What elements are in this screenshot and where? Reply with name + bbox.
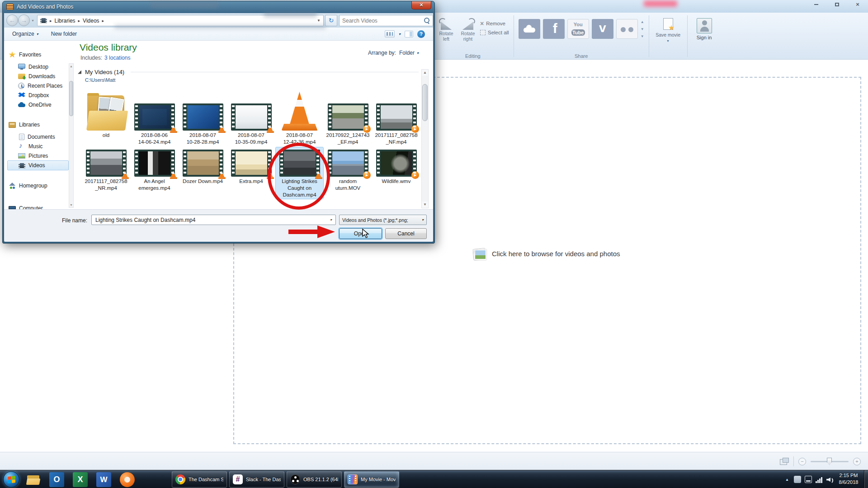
zoom-slider[interactable] (811, 461, 849, 462)
taskbar-button-obs-21-1-2-64bit[interactable]: OBS 21.1.2 (64bit, ... (287, 471, 342, 488)
tray-app-icon[interactable] (794, 476, 801, 483)
views-dropdown-icon[interactable]: ▾ (399, 32, 401, 36)
search-input[interactable] (342, 18, 424, 24)
scroll-down-icon[interactable]: ▼ (422, 202, 428, 208)
file-item-2018-08-07-10-28-28-mp4[interactable]: 2018-08-0710-28-28.mp4 (179, 88, 227, 146)
rotate-right-button[interactable]: Rotate right (458, 18, 477, 52)
open-button[interactable]: Open (339, 228, 382, 239)
mm-restore-button[interactable] (831, 1, 843, 8)
file-item-random-uturn-mov[interactable]: ▶randomuturn.MOV (324, 147, 372, 199)
excel-taskbar-icon[interactable] (73, 472, 88, 487)
locations-link[interactable]: 3 locations (104, 55, 130, 61)
scroll-down-icon[interactable]: ▼ (69, 202, 73, 207)
sidebar-item-desktop[interactable]: Desktop (7, 62, 69, 71)
flickr-share-icon[interactable] (616, 19, 638, 39)
views-button[interactable] (385, 30, 395, 38)
breadcrumb-videos[interactable]: Videos (83, 18, 99, 24)
zoom-slider-thumb[interactable] (827, 458, 832, 465)
start-button[interactable] (3, 471, 19, 488)
dialog-close-button[interactable]: × (411, 1, 431, 9)
redacted-blur (264, 12, 317, 17)
remove-button[interactable]: × Remove (480, 21, 509, 26)
preview-pane-button[interactable] (405, 31, 413, 38)
scroll-up-icon[interactable]: ▲ (422, 70, 428, 76)
scroll-up-icon[interactable]: ▲ (69, 64, 73, 69)
youtube-share-icon[interactable] (567, 19, 589, 39)
taskbar-button-slack-the-dashc[interactable]: Slack - The Dashc... (229, 471, 284, 488)
mm-close-button[interactable]: × (852, 1, 863, 8)
mm-minimize-button[interactable] (810, 1, 822, 8)
sidebar-item-dropbox[interactable]: Dropbox (7, 90, 69, 100)
help-button[interactable]: ? (417, 30, 425, 38)
new-folder-button[interactable]: New folder (51, 31, 77, 37)
file-item-20170922-124743-ef-mp4[interactable]: ▶20170922_124743_EF.mp4 (324, 88, 372, 146)
file-item-old[interactable]: old (82, 88, 130, 146)
file-item-2018-08-06-14-06-24-mp4[interactable]: 2018-08-0614-06-24.mp4 (130, 88, 179, 146)
taskbar-button-the-dashcam-sto[interactable]: The Dashcam Sto... (172, 471, 227, 488)
organize-button[interactable]: Organize ▾ (12, 31, 38, 37)
share-gallery-scroll[interactable]: ▲▼▼ (641, 18, 644, 52)
sidebar-item-computer[interactable]: Computer (7, 203, 69, 209)
arrange-by-dropdown[interactable]: Folder ▾ (399, 50, 419, 56)
show-hidden-icons-button[interactable]: ▲ (784, 476, 790, 483)
zoom-out-button[interactable]: − (798, 458, 806, 465)
sidebar-item-music[interactable]: Music (7, 141, 69, 151)
file-item-lighting-strikes-caught-on-dashcam-mp4[interactable]: Lighting StrikesCaught onDashcam.mp4 (275, 147, 324, 199)
show-desktop-button[interactable] (864, 470, 868, 488)
taskbar-button-my-movie-movi[interactable]: My Movie - Movi... (344, 471, 399, 488)
file-item-an-angel-emerges-mp4[interactable]: An Angelemerges.mp4 (130, 147, 179, 199)
back-button[interactable]: ← (6, 14, 18, 26)
file-item-2018-08-07-12-42-36-mp4[interactable]: 2018-08-0712-42-36.mp4 (275, 88, 324, 146)
dialog-toolbar: Organize ▾ New folder ▾ ? (4, 28, 433, 41)
collapse-triangle-icon[interactable] (78, 70, 81, 74)
sidebar-item-favorites[interactable]: Favorites (7, 49, 69, 62)
outlook-taskbar-icon[interactable] (49, 472, 64, 487)
sidebar-item-homegroup[interactable]: Homegroup (7, 180, 69, 193)
forward-button[interactable]: → (18, 14, 30, 26)
sidebar-item-documents[interactable]: Documents (7, 132, 69, 141)
select-all-button[interactable]: Select all (480, 30, 509, 35)
save-movie-button[interactable]: Save movie ▾ (654, 18, 683, 52)
breadcrumb-libraries[interactable]: Libraries (55, 18, 75, 24)
app-orange-taskbar-icon[interactable] (120, 472, 135, 487)
vimeo-share-icon[interactable] (592, 19, 613, 39)
rotate-left-button[interactable]: Rotate left (437, 18, 456, 52)
word-taskbar-icon[interactable] (96, 472, 111, 487)
aspect-ratio-icon[interactable] (780, 458, 789, 465)
sidebar-item-onedrive[interactable]: OneDrive (7, 100, 69, 109)
volume-icon[interactable] (826, 476, 834, 483)
sidebar-item-videos[interactable]: Videos (7, 160, 69, 170)
file-type-dropdown[interactable]: Videos and Photos (*.jpg;*.png; ▾ (339, 215, 427, 225)
address-dropdown-icon[interactable]: ▼ (317, 19, 321, 23)
refresh-button[interactable]: ↻ (325, 15, 337, 26)
cancel-button[interactable]: Cancel (385, 228, 427, 239)
onedrive-share-icon[interactable] (519, 19, 540, 39)
facebook-share-icon[interactable] (543, 19, 565, 39)
sidebar-scrollbar[interactable]: ▲ ▼ (69, 63, 74, 208)
taskbar-clock[interactable]: 2:15 PM 8/6/2018 (834, 472, 863, 486)
scrollbar-thumb[interactable] (69, 81, 73, 116)
sidebar-item-downloads[interactable]: Downloads (7, 71, 69, 81)
network-icon[interactable] (816, 476, 823, 483)
file-name-label: 2018-08-0614-06-24.mp4 (138, 132, 171, 145)
history-dropdown-icon[interactable]: ▼ (31, 19, 34, 22)
sidebar-item-recent-places[interactable]: Recent Places (7, 81, 69, 90)
file-item-20171117-082758-nr-mp4[interactable]: 20171117_082758_NR.mp4 (82, 147, 130, 199)
sidebar-item-label: Downloads (28, 73, 55, 80)
sidebar-item-label: Computer (19, 205, 43, 209)
scrollbar-thumb[interactable] (422, 84, 428, 121)
file-item-extra-mp4[interactable]: Extra.mp4 (227, 147, 275, 199)
file-item-2018-08-07-10-35-09-mp4[interactable]: 2018-08-0710-35-09.mp4 (227, 88, 275, 146)
content-scrollbar[interactable]: ▲ ▼ (421, 69, 429, 208)
browse-prompt[interactable]: Click here to browse for videos and phot… (473, 248, 620, 260)
sidebar-item-pictures[interactable]: Pictures (7, 151, 69, 160)
file-item-wildlife-wmv[interactable]: ▶Wildlife.wmv (372, 147, 420, 199)
sign-in-button[interactable]: Sign in (692, 18, 717, 52)
file-item-dozer-down-mp4[interactable]: Dozer Down.mp4 (179, 147, 227, 199)
file-name-input[interactable]: Lighting Strikes Caught on Dashcam.mp4 ▾ (91, 215, 336, 225)
tray-keyboard-icon[interactable] (805, 476, 812, 483)
sidebar-item-libraries[interactable]: Libraries (7, 119, 69, 132)
zoom-in-button[interactable]: + (853, 458, 861, 465)
file-item-20171117-082758-nf-mp4[interactable]: ▶20171117_082758_NF.mp4 (372, 88, 420, 146)
explorer-taskbar-icon[interactable] (26, 472, 41, 487)
